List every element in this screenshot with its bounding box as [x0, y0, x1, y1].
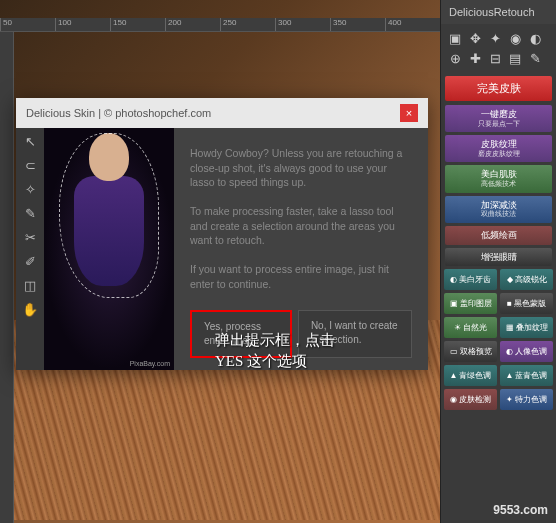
grid-natural[interactable]: ☀自然光	[444, 317, 497, 338]
perfect-skin-button[interactable]: 完美皮肤	[445, 76, 552, 101]
texture-icon: ▦	[506, 323, 514, 332]
ruler-mark: 150	[110, 18, 165, 31]
ruler-horizontal: 50 100 150 200 250 300 350 400	[0, 18, 440, 32]
ruler-mark: 250	[220, 18, 275, 31]
sun-icon: ☀	[454, 323, 461, 332]
dialog-preview-image: PixaBay.com	[44, 128, 174, 370]
sharpen-icon: ◆	[507, 275, 513, 284]
hand-tool-icon[interactable]: ✋	[21, 300, 39, 318]
dialog-toolbar: ↖ ⊂ ✧ ✎ ✂ ✐ ◫ ✋	[16, 128, 44, 370]
teeth-icon: ◐	[450, 275, 457, 284]
dialog-p2: To make processing faster, take a lasso …	[190, 204, 412, 248]
dialog-titlebar: Delicious Skin | © photoshopchef.com ×	[16, 98, 428, 128]
ruler-vertical	[0, 32, 14, 523]
annotation-line1: 弹出提示框，点击	[215, 330, 335, 351]
action-whiten[interactable]: 美白肌肤高低频技术	[445, 165, 552, 192]
grid-special-tone[interactable]: ✦特力色调	[500, 389, 553, 410]
eye-icon[interactable]: ◉	[507, 30, 523, 46]
mask-icon: ■	[507, 299, 512, 308]
dialog-p1: Howdy Cowboy? Unless you are retouching …	[190, 146, 412, 190]
grid-overlay-texture[interactable]: ▦叠加纹理	[500, 317, 553, 338]
plugin-panel: DeliciousRetouch ▣ ✥ ✦ ◉ ◐ ⊕ ✚ ⊟ ▤ ✎ 完美皮…	[440, 0, 556, 523]
panel-title: DeliciousRetouch	[441, 0, 556, 24]
stamp-icon: ▣	[450, 299, 458, 308]
triangle-icon: ▲	[450, 371, 458, 380]
healing-icon[interactable]: ✚	[467, 50, 483, 66]
panel-toolbar: ▣ ✥ ✦ ◉ ◐ ⊕ ✚ ⊟ ▤ ✎	[441, 24, 556, 72]
ruler-mark: 300	[275, 18, 330, 31]
move-icon[interactable]: ✥	[467, 30, 483, 46]
star-icon: ✦	[506, 395, 513, 404]
grid-skin-detect[interactable]: ◉皮肤检测	[444, 389, 497, 410]
triangle-icon: ▲	[506, 371, 514, 380]
dialog-p3: If you want to process entire image, jus…	[190, 262, 412, 291]
grid-blue-cyan[interactable]: ▲蓝青色调	[500, 365, 553, 386]
adjust-icon[interactable]: ◐	[527, 30, 543, 46]
action-dodge-burn[interactable]: 加深减淡双曲线技法	[445, 196, 552, 223]
grid-cyan-green[interactable]: ▲青绿色调	[444, 365, 497, 386]
brush-tool-icon[interactable]: ✎	[21, 204, 39, 222]
tone-icon: ◐	[506, 347, 513, 356]
grid-teeth[interactable]: ◐美白牙齿	[444, 269, 497, 290]
eraser-tool-icon[interactable]: ◫	[21, 276, 39, 294]
image-credit: PixaBay.com	[130, 360, 170, 367]
grid-portrait-tone[interactable]: ◐人像色调	[500, 341, 553, 362]
clone-icon[interactable]: ⊕	[447, 50, 463, 66]
brush-icon[interactable]: ✎	[527, 50, 543, 66]
action-grid: ◐美白牙齿 ◆高级锐化 ▣盖印图层 ■黑色蒙版 ☀自然光 ▦叠加纹理 ▭双格预览…	[441, 266, 556, 413]
grid-preview[interactable]: ▭双格预览	[444, 341, 497, 362]
action-smooth[interactable]: 一键磨皮只要最点一下	[445, 105, 552, 132]
dialog-title-text: Delicious Skin | © photoshopchef.com	[26, 107, 211, 119]
lasso-selection-outline	[59, 133, 159, 298]
grid-stamp[interactable]: ▣盖印图层	[444, 293, 497, 314]
grid-mask[interactable]: ■黑色蒙版	[500, 293, 553, 314]
annotation-line2: YES 这个选项	[215, 351, 335, 372]
action-lowfreq[interactable]: 低频绘画	[445, 226, 552, 245]
eyedrop-tool-icon[interactable]: ✐	[21, 252, 39, 270]
ruler-mark: 400	[385, 18, 440, 31]
marquee-icon[interactable]: ▣	[447, 30, 463, 46]
ruler-mark: 200	[165, 18, 220, 31]
dialog-close-button[interactable]: ×	[400, 104, 418, 122]
wand-tool-icon[interactable]: ✧	[21, 180, 39, 198]
action-texture[interactable]: 皮肤纹理磨皮皮肤纹理	[445, 135, 552, 162]
grid-sharpen[interactable]: ◆高级锐化	[500, 269, 553, 290]
sparkle-icon[interactable]: ✦	[487, 30, 503, 46]
lasso-tool-icon[interactable]: ⊂	[21, 156, 39, 174]
action-list: 一键磨皮只要最点一下 皮肤纹理磨皮皮肤纹理 美白肌肤高低频技术 加深减淡双曲线技…	[441, 105, 556, 266]
layer-icon[interactable]: ▤	[507, 50, 523, 66]
ruler-mark: 350	[330, 18, 385, 31]
arrow-tool-icon[interactable]: ↖	[21, 132, 39, 150]
action-eyes[interactable]: 增强眼睛	[445, 248, 552, 267]
ruler-mark: 100	[55, 18, 110, 31]
annotation-text: 弹出提示框，点击 YES 这个选项	[215, 330, 335, 372]
ruler-mark: 50	[0, 18, 55, 31]
dialog-delicious-skin: Delicious Skin | © photoshopchef.com × ↖…	[16, 98, 428, 370]
watermark: 9553.com	[493, 503, 548, 517]
preview-icon: ▭	[450, 347, 458, 356]
detect-icon: ◉	[450, 395, 457, 404]
slider-icon[interactable]: ⊟	[487, 50, 503, 66]
crop-tool-icon[interactable]: ✂	[21, 228, 39, 246]
